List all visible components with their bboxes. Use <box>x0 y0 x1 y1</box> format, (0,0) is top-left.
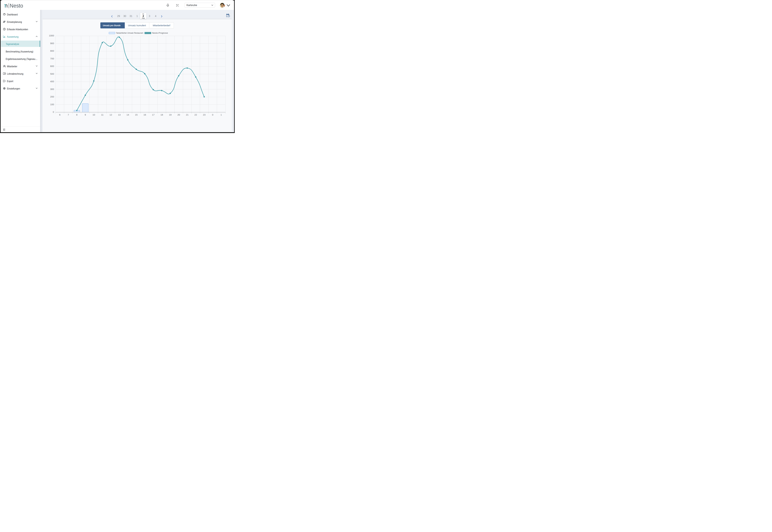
svg-text:400: 400 <box>50 80 54 83</box>
svg-text:12: 12 <box>109 113 112 116</box>
svg-text:500: 500 <box>50 73 54 75</box>
svg-text:Tatsächlicher Umsatz Restauran: Tatsächlicher Umsatz Restaurant <box>116 32 143 34</box>
svg-text:Nesto-Prognose: Nesto-Prognose <box>152 32 168 34</box>
svg-text:8: 8 <box>76 113 77 116</box>
svg-text:18: 18 <box>160 113 163 116</box>
svg-text:16: 16 <box>143 113 146 116</box>
svg-text:7: 7 <box>68 113 69 116</box>
svg-text:19: 19 <box>169 113 171 116</box>
svg-text:900: 900 <box>50 42 54 45</box>
svg-text:0: 0 <box>212 113 213 116</box>
svg-text:9: 9 <box>85 113 86 116</box>
svg-text:23: 23 <box>203 113 205 116</box>
svg-text:1000: 1000 <box>49 34 54 37</box>
svg-text:600: 600 <box>50 65 54 67</box>
svg-text:11: 11 <box>101 113 104 116</box>
svg-text:200: 200 <box>50 95 54 98</box>
svg-text:100: 100 <box>50 103 54 106</box>
svg-text:800: 800 <box>50 50 54 52</box>
svg-text:15: 15 <box>135 113 138 116</box>
svg-text:700: 700 <box>50 57 54 60</box>
svg-text:17: 17 <box>152 113 154 116</box>
svg-text:300: 300 <box>50 88 54 90</box>
svg-text:13: 13 <box>118 113 121 116</box>
svg-text:10: 10 <box>92 113 95 116</box>
svg-text:1: 1 <box>220 113 222 116</box>
svg-text:20: 20 <box>177 113 180 116</box>
svg-text:22: 22 <box>194 113 197 116</box>
svg-text:6: 6 <box>59 113 60 116</box>
svg-text:0: 0 <box>53 111 54 113</box>
svg-text:21: 21 <box>186 113 188 116</box>
svg-text:14: 14 <box>126 113 129 116</box>
